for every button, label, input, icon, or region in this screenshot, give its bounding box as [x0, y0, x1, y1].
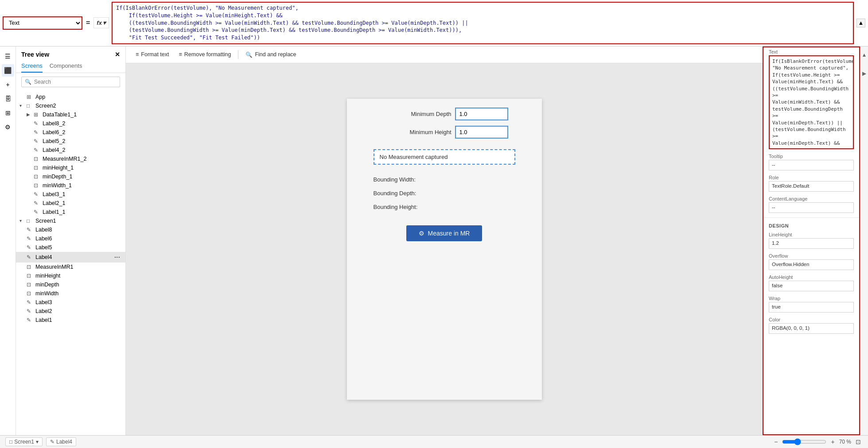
fx-label: fx	[97, 19, 102, 26]
overflow-label: Overflow	[763, 251, 859, 259]
label-icon: ✎	[34, 138, 41, 144]
autoheight-label: AutoHeight	[763, 273, 859, 281]
label-icon: ✎	[34, 129, 41, 135]
sidebar-icon-data[interactable]: 🗄	[2, 93, 14, 105]
tree-item-label: minHeight_1	[43, 165, 120, 171]
sidebar-icon-tree[interactable]: ⬛	[2, 64, 14, 77]
tab-components[interactable]: Components	[50, 61, 82, 73]
measure-icon: ⊡	[27, 264, 34, 270]
form-row-height: Minimum Height	[356, 126, 533, 139]
expand-icon: ▾	[19, 218, 25, 223]
wrap-value[interactable]: true	[769, 302, 854, 313]
tree-item-app[interactable]: ⊞ App	[16, 93, 125, 101]
tree-item-label: Screen2	[35, 103, 120, 109]
tree-item-label2_1[interactable]: ✎ Label2_1	[16, 199, 125, 208]
prop-divider	[763, 217, 859, 218]
tree-item-label1[interactable]: ✎ Label1	[16, 316, 125, 324]
tree-panel-close-icon[interactable]: ✕	[115, 51, 120, 58]
tree-item-mindepth[interactable]: ⊡ minDepth	[16, 280, 125, 289]
tree-item-label8_2[interactable]: ✎ Label8_2	[16, 119, 125, 128]
color-value[interactable]: RGBA(0, 0, 0, 1)	[769, 323, 854, 334]
format-text-button[interactable]: ≡ Format text	[131, 49, 174, 60]
tree-item-label: Label5	[35, 244, 120, 251]
tree-item-label: minWidth_1	[43, 182, 120, 189]
tree-panel: Tree view ✕ Screens Components 🔍 ⊞ App ▾…	[16, 46, 126, 435]
toolbar-separator	[238, 50, 238, 59]
tree-item-label: Label2_1	[43, 200, 120, 206]
zoom-percent: 70 %	[839, 439, 851, 445]
tree-item-label6_2[interactable]: ✎ Label6_2	[16, 128, 125, 137]
tree-item-measureinmr1_2[interactable]: ⊡ MeasureInMR1_2	[16, 154, 125, 163]
measure-button[interactable]: ⚙ Measure in MR	[406, 225, 483, 241]
fx-button[interactable]: fx ▾	[93, 17, 109, 28]
tree-item-label3_1[interactable]: ✎ Label3_1	[16, 190, 125, 199]
sidebar-icon-components[interactable]: ⊞	[2, 107, 14, 119]
tree-content: ⊞ App ▾ □ Screen2 ▶ ⊞ DataTable1_1 ✎ Lab…	[16, 91, 125, 435]
formula-collapse-btn[interactable]: ▲	[856, 19, 865, 27]
overflow-value[interactable]: Overflow.Hidden	[769, 259, 854, 270]
measure-icon: ⊡	[34, 156, 41, 162]
input-icon: ⊡	[27, 282, 34, 288]
app-canvas: Minimum Depth Minimum Height No Measurem…	[347, 99, 542, 400]
field-bounding-depth: Bounding Depth:	[374, 189, 515, 197]
tree-item-label: Label8	[35, 227, 120, 233]
tree-item-datatable1_1[interactable]: ▶ ⊞ DataTable1_1	[16, 110, 125, 119]
find-icon: 🔍	[245, 51, 253, 58]
tree-item-label2[interactable]: ✎ Label2	[16, 307, 125, 316]
tree-item-minwidth_1[interactable]: ⊡ minWidth_1	[16, 181, 125, 190]
canvas-content[interactable]: Minimum Depth Minimum Height No Measurem…	[126, 63, 763, 435]
screen-badge[interactable]: □ Screen1 ▾	[5, 437, 43, 446]
formula-content[interactable]: If(IsBlankOrError(testVolume), "No Measu…	[112, 2, 854, 44]
tree-item-minheight[interactable]: ⊡ minHeight	[16, 271, 125, 280]
tree-search-container: 🔍	[16, 73, 125, 91]
tree-item-minheight_1[interactable]: ⊡ minHeight_1	[16, 163, 125, 172]
status-bar: □ Screen1 ▾ ✎ Label4 − + 70 % ⊡	[0, 435, 868, 448]
tab-screens[interactable]: Screens	[21, 61, 43, 73]
tree-item-label8[interactable]: ✎ Label8	[16, 225, 125, 234]
lineheight-value[interactable]: 1.2	[769, 238, 854, 249]
remove-formatting-button[interactable]: ≡ Remove formatting	[175, 49, 236, 60]
autoheight-value[interactable]: false	[769, 281, 854, 291]
tree-item-label: Label1	[35, 317, 120, 323]
tree-item-measureinmr1[interactable]: ⊡ MeasureInMR1	[16, 263, 125, 271]
search-input[interactable]	[21, 77, 120, 87]
tree-item-label5[interactable]: ✎ Label5	[16, 243, 125, 252]
expand-right-arrow[interactable]: ▶	[861, 69, 867, 78]
tree-item-mindepth_1[interactable]: ⊡ minDepth_1	[16, 172, 125, 181]
sidebar-icon-settings[interactable]: ⚙	[2, 121, 14, 133]
tree-item-label1_1[interactable]: ✎ Label1_1	[16, 208, 125, 216]
tree-item-label5_2[interactable]: ✎ Label5_2	[16, 137, 125, 146]
tree-item-screen1[interactable]: ▾ □ Screen1	[16, 216, 125, 225]
sidebar-icon-menu[interactable]: ☰	[2, 50, 14, 62]
search-icon: 🔍	[25, 79, 31, 85]
tooltip-prop-value[interactable]: --	[769, 160, 854, 170]
tree-item-label6[interactable]: ✎ Label6	[16, 234, 125, 243]
collapse-up-arrow[interactable]: ▲	[861, 50, 868, 60]
zoom-in-button[interactable]: +	[829, 437, 836, 446]
tree-item-label4[interactable]: ✎ Label4 ···	[16, 252, 125, 263]
fit-screen-button[interactable]: ⊡	[854, 437, 863, 446]
zoom-slider[interactable]	[782, 438, 826, 445]
tree-item-label3[interactable]: ✎ Label3	[16, 298, 125, 307]
tree-item-minwidth[interactable]: ⊡ minWidth	[16, 289, 125, 298]
contentlang-prop-value[interactable]: --	[769, 202, 854, 213]
find-replace-button[interactable]: 🔍 Find and replace	[241, 49, 300, 60]
tree-panel-title: Tree view	[21, 51, 49, 58]
tree-item-label: Label2	[35, 308, 120, 314]
tree-item-screen2[interactable]: ▾ □ Screen2	[16, 101, 125, 110]
status-bar-left: □ Screen1 ▾ ✎ Label4	[5, 437, 769, 446]
tree-item-label4_2[interactable]: ✎ Label4_2	[16, 146, 125, 154]
min-depth-input[interactable]	[455, 108, 508, 120]
sidebar-icon-add[interactable]: +	[2, 78, 14, 91]
zoom-out-button[interactable]: −	[772, 437, 779, 446]
props-panel: Text If(IsBlankOrError(testVolume), "No …	[763, 46, 860, 435]
text-prop-value[interactable]: If(IsBlankOrError(testVolume), "No Measu…	[769, 55, 854, 149]
tree-item-label: Label5_2	[43, 138, 120, 144]
role-prop-value[interactable]: TextRole.Default	[769, 181, 854, 192]
selected-label-box[interactable]: No Measurement captured	[374, 149, 515, 165]
formula-selector[interactable]: Text	[3, 16, 82, 30]
input-icon: ⊡	[27, 273, 34, 279]
min-height-input[interactable]	[455, 126, 508, 139]
more-options-icon[interactable]: ···	[114, 253, 120, 261]
element-badge[interactable]: ✎ Label4	[46, 437, 76, 446]
